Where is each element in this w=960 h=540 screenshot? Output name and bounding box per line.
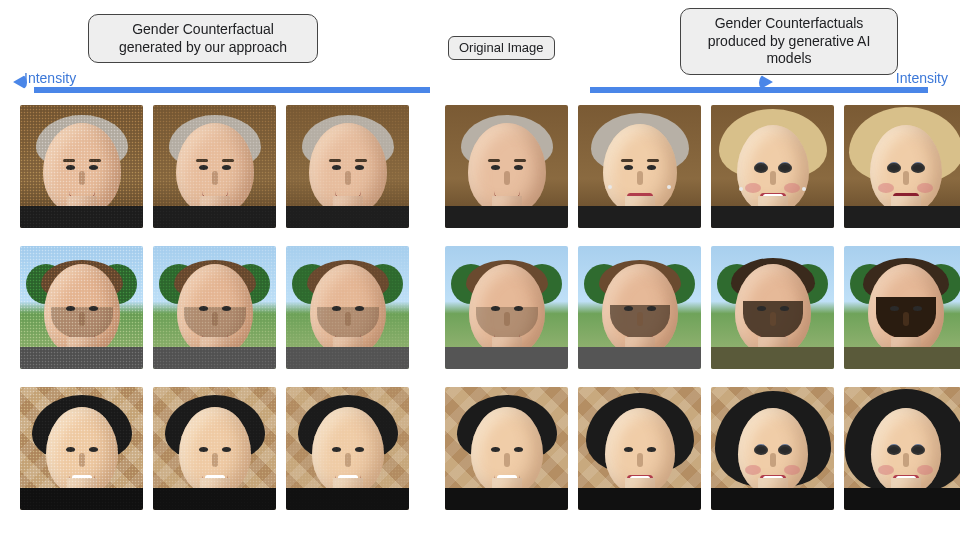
figure-root: Gender Counterfactualgenerated by our ap… xyxy=(0,0,960,540)
face-image xyxy=(445,105,568,228)
cell-genai xyxy=(711,387,834,510)
cell-ours xyxy=(153,387,276,510)
cell-genai xyxy=(844,246,960,369)
grid-row xyxy=(20,387,940,510)
cell-ours xyxy=(20,105,143,228)
cell-ours xyxy=(153,105,276,228)
intensity-label-left: Intensity xyxy=(24,70,76,86)
face-image xyxy=(711,105,834,228)
cell-ours xyxy=(153,246,276,369)
face-image xyxy=(711,246,834,369)
cell-ours xyxy=(286,246,409,369)
face-image xyxy=(153,387,276,510)
cell-genai xyxy=(578,246,701,369)
image-grid xyxy=(20,105,940,528)
face-image xyxy=(578,246,701,369)
cell-genai xyxy=(578,105,701,228)
face-image xyxy=(20,246,143,369)
face-image xyxy=(711,387,834,510)
face-image xyxy=(286,105,409,228)
face-image xyxy=(20,387,143,510)
cell-ours xyxy=(286,387,409,510)
grid-row xyxy=(20,105,940,228)
cell-genai xyxy=(578,387,701,510)
cell-genai xyxy=(844,387,960,510)
intensity-label-right: Intensity xyxy=(896,70,948,86)
cell-original xyxy=(445,105,568,228)
face-image xyxy=(153,105,276,228)
face-image xyxy=(844,105,960,228)
face-image xyxy=(445,387,568,510)
face-image xyxy=(153,246,276,369)
face-image xyxy=(844,246,960,369)
cell-genai xyxy=(844,105,960,228)
cell-ours xyxy=(20,246,143,369)
face-image xyxy=(20,105,143,228)
caption-center: Original Image xyxy=(448,36,555,60)
cell-ours xyxy=(286,105,409,228)
face-image xyxy=(286,246,409,369)
cell-ours xyxy=(20,387,143,510)
face-image xyxy=(578,105,701,228)
face-image xyxy=(578,387,701,510)
cell-genai xyxy=(711,105,834,228)
face-image xyxy=(286,387,409,510)
face-image xyxy=(445,246,568,369)
caption-left: Gender Counterfactualgenerated by our ap… xyxy=(88,14,318,63)
cell-original xyxy=(445,387,568,510)
face-image xyxy=(844,387,960,510)
cell-original xyxy=(445,246,568,369)
grid-row xyxy=(20,246,940,369)
caption-right: Gender Counterfactualsproduced by genera… xyxy=(680,8,898,75)
cell-genai xyxy=(711,246,834,369)
